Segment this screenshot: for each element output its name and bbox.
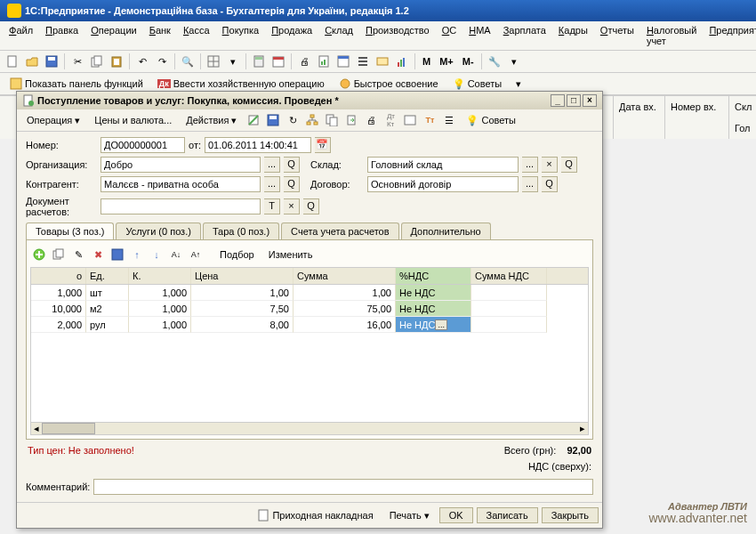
col-nds[interactable]: %НДС — [396, 268, 471, 284]
print-menu[interactable]: Печать ▾ — [383, 507, 436, 524]
calc-icon[interactable] — [250, 53, 268, 70]
print-icon[interactable]: 🖨 — [295, 53, 313, 70]
menu-зарплата[interactable]: Зарплата — [498, 23, 551, 48]
col-k[interactable]: К. — [129, 268, 191, 284]
post-icon[interactable] — [245, 111, 262, 129]
sort-asc-icon[interactable]: A↓ — [167, 246, 185, 263]
open-button[interactable]: Q — [284, 157, 300, 173]
menu-операции[interactable]: Операции — [85, 23, 141, 48]
memo-m[interactable]: M — [419, 56, 434, 67]
table-row[interactable]: 1,000шт1,0001,001,00Не НДС — [31, 285, 588, 301]
based-on-icon[interactable] — [323, 111, 341, 129]
menu-касса[interactable]: Касса — [178, 23, 215, 48]
goto-icon[interactable] — [342, 111, 360, 129]
menu-файл[interactable]: Файл — [4, 23, 38, 48]
report-icon[interactable] — [315, 53, 333, 70]
open-button[interactable]: Q — [284, 176, 300, 192]
text-button[interactable]: T — [264, 198, 280, 214]
col-price[interactable]: Цена — [191, 268, 294, 284]
tips-button[interactable]: 💡Советы — [460, 112, 521, 129]
add-row-icon[interactable] — [30, 246, 48, 263]
tab-tare[interactable]: Тара (0 поз.) — [203, 222, 279, 239]
date-input[interactable] — [205, 137, 311, 153]
move-down-icon[interactable]: ↓ — [148, 246, 165, 263]
menu-ос[interactable]: ОС — [437, 23, 462, 48]
maximize-button[interactable]: □ — [567, 94, 581, 107]
dropdown-icon[interactable]: ▾ — [510, 75, 527, 93]
table-row[interactable]: 2,000рул1,0008,0016,00Не НДС ... — [31, 317, 588, 333]
new-doc-icon[interactable] — [4, 53, 21, 70]
enter-operation-button[interactable]: Дк Ввести хозяйственную операцию — [151, 76, 331, 92]
prices-button[interactable]: Цены и валюта... — [88, 112, 178, 128]
calendar-button[interactable]: 📅 — [315, 137, 331, 153]
minimize-button[interactable]: _ — [551, 94, 565, 107]
undo-icon[interactable]: ↶ — [133, 53, 151, 70]
edit-row-icon[interactable]: ✎ — [69, 246, 87, 263]
menu-покупка[interactable]: Покупка — [217, 23, 265, 48]
select-button[interactable]: ... — [522, 176, 538, 192]
col-num-in[interactable]: Номер вх. — [665, 96, 729, 117]
menu-производство[interactable]: Производство — [360, 23, 435, 48]
col-sum[interactable]: Сумма — [294, 268, 396, 284]
grid-icon[interactable] — [205, 53, 222, 70]
dkt-icon[interactable]: ДтКт — [382, 111, 399, 129]
save-icon[interactable] — [264, 111, 282, 129]
close-button[interactable]: × — [583, 94, 597, 107]
select-button[interactable]: ... — [522, 157, 538, 173]
tree-icon[interactable] — [303, 111, 321, 129]
tab-services[interactable]: Услуги (0 поз.) — [116, 222, 200, 239]
tt-icon[interactable]: Тт — [421, 111, 438, 129]
menu-правка[interactable]: Правка — [40, 23, 84, 48]
select-button[interactable]: Подбор — [213, 247, 261, 263]
col-warehouse[interactable]: Скл — [729, 96, 756, 117]
operation-menu[interactable]: Операция ▾ — [20, 112, 86, 129]
table-row[interactable]: 10,000м21,0007,5075,00Не НДС — [31, 301, 588, 317]
open-button[interactable]: Q — [542, 176, 558, 192]
calendar-icon[interactable] — [269, 53, 287, 70]
dropdown-icon[interactable]: ▾ — [224, 53, 242, 70]
actions-menu[interactable]: Действия ▾ — [180, 112, 243, 129]
invoice-button[interactable]: Приходная накладная — [251, 506, 379, 524]
memo-m-plus[interactable]: M+ — [436, 56, 457, 67]
open-button[interactable]: Q — [561, 157, 577, 173]
col-qty[interactable]: о — [31, 268, 86, 284]
contractor-input[interactable] — [101, 176, 261, 192]
horizontal-scrollbar[interactable]: ◂ ▸ — [31, 422, 588, 434]
list-icon[interactable] — [354, 53, 372, 70]
search-icon[interactable]: 🔍 — [179, 53, 197, 70]
clear-button[interactable]: × — [284, 198, 300, 214]
open-icon[interactable] — [23, 53, 41, 70]
close-button[interactable]: Закрыть — [542, 507, 599, 523]
ok-button[interactable]: OK — [439, 507, 473, 523]
chart-icon[interactable] — [393, 53, 411, 70]
tab-accounts[interactable]: Счета учета расчетов — [281, 222, 398, 239]
sort-desc-icon[interactable]: A↑ — [187, 246, 205, 263]
org-input[interactable] — [101, 157, 261, 173]
menu-нма[interactable]: НМА — [463, 23, 495, 48]
bars-icon[interactable]: ☰ — [440, 111, 458, 129]
select-button[interactable]: ... — [264, 157, 280, 173]
menu-склад[interactable]: Склад — [319, 23, 358, 48]
show-panel-button[interactable]: Показать панель функций — [4, 75, 149, 93]
change-button[interactable]: Изменить — [262, 247, 319, 263]
redo-icon[interactable]: ↷ — [153, 53, 171, 70]
contract-input[interactable] — [367, 176, 519, 192]
warehouse-input[interactable] — [367, 157, 519, 173]
dialog-titlebar[interactable]: Поступление товаров и услуг: Покупка, ко… — [17, 92, 602, 109]
move-up-icon[interactable]: ↑ — [128, 246, 146, 263]
save-icon[interactable] — [43, 53, 60, 70]
tips-button[interactable]: 💡 Советы — [446, 76, 508, 93]
form-icon[interactable] — [334, 53, 352, 70]
menu-банк[interactable]: Банк — [144, 23, 176, 48]
save-icon[interactable] — [109, 246, 126, 263]
copy-icon[interactable] — [88, 53, 106, 70]
print-icon[interactable]: 🖨 — [362, 111, 380, 129]
comment-input[interactable] — [93, 479, 593, 495]
wrench-icon[interactable]: 🔧 — [486, 53, 503, 70]
clear-button[interactable]: × — [542, 157, 558, 173]
list-icon[interactable] — [401, 111, 419, 129]
card-icon[interactable] — [374, 53, 391, 70]
col-date-in[interactable]: Дата вх. — [614, 96, 665, 117]
delete-row-icon[interactable]: ✖ — [89, 246, 107, 263]
paste-icon[interactable] — [108, 53, 125, 70]
